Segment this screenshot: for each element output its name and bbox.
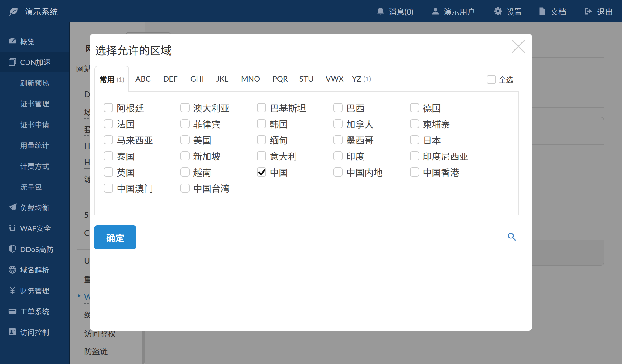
tab-label: YZ	[352, 74, 361, 83]
tab-item[interactable]: DEF	[163, 66, 178, 91]
sidebar-item[interactable]: 工单系统	[0, 301, 69, 322]
country-checkbox[interactable]: 美国	[180, 132, 257, 148]
check-icon	[257, 168, 266, 177]
navbar-item-label: 设置	[506, 6, 522, 17]
navbar-item[interactable]: 文档	[538, 6, 566, 17]
country-checkbox[interactable]: 墨西哥	[333, 132, 410, 148]
sidebar-item[interactable]: 负载均衡	[0, 197, 69, 218]
sidebar-item-label: DDoS高防	[20, 244, 54, 254]
country-checkbox[interactable]: 马来西亚	[104, 132, 180, 148]
country-checkbox[interactable]: 中国内地	[333, 164, 410, 180]
checkbox-box	[333, 151, 343, 160]
tab-changyong[interactable]: 常用 (1)	[94, 66, 129, 92]
country-checkbox[interactable]: 巴西	[333, 99, 410, 116]
sidebar-item[interactable]: 刷新预热	[0, 72, 69, 93]
tab-label: GHI	[190, 74, 204, 83]
country-label: 韩国	[270, 117, 288, 130]
country-checkbox[interactable]: 阿根廷	[104, 99, 180, 116]
country-label: 中国香港	[423, 165, 459, 179]
country-checkbox[interactable]: 德国	[410, 99, 487, 116]
country-checkbox[interactable]: 新加坡	[180, 148, 257, 164]
navbar-item-label: 消息(0)	[389, 6, 413, 17]
tab-label: JKL	[216, 74, 228, 83]
tab-item[interactable]: VWX	[326, 66, 343, 91]
brand[interactable]: 演示系统	[9, 0, 58, 22]
sidebar-item[interactable]: 域名解析	[0, 259, 69, 280]
sidebar-item-label: CDN加速	[20, 56, 51, 67]
sidebar-item[interactable]: 证书管理	[0, 93, 69, 114]
select-all-label: 全选	[499, 74, 513, 85]
country-checkbox[interactable]: 韩国	[257, 116, 333, 132]
tab-item[interactable]: JKL	[216, 66, 228, 91]
checkbox-box	[333, 119, 343, 128]
country-checkbox[interactable]: 中国台湾	[180, 180, 257, 196]
country-label: 柬埔寨	[423, 117, 450, 130]
top-navbar: 演示系统 消息(0) 演示用户 设置 文档 退出	[0, 0, 622, 22]
country-checkbox[interactable]: 越南	[180, 164, 257, 180]
sidebar-item[interactable]: 财务管理	[0, 280, 69, 301]
navbar-item[interactable]: 演示用户	[431, 6, 475, 17]
search-icon[interactable]	[507, 232, 517, 242]
sidebar-item[interactable]: 证书申请	[0, 114, 69, 135]
tab-item[interactable]: YZ (1)	[352, 66, 371, 91]
country-checkbox[interactable]: 澳大利亚	[180, 99, 257, 116]
country-label: 越南	[193, 165, 211, 179]
checkbox-box	[257, 167, 266, 177]
checkbox-box	[333, 167, 343, 177]
tab-item[interactable]: ABC	[135, 66, 151, 91]
tab-label: DEF	[163, 74, 178, 83]
confirm-button[interactable]: 确定	[94, 225, 136, 249]
tab-item[interactable]: GHI	[190, 66, 204, 91]
navbar-item[interactable]: 退出	[584, 6, 613, 17]
country-checkbox[interactable]: 印度	[333, 148, 410, 164]
country-label: 中国澳门	[117, 181, 153, 195]
country-label: 缅甸	[270, 133, 288, 147]
country-checkbox[interactable]: 印度尼西亚	[410, 148, 487, 164]
sidebar-item[interactable]: 访问控制	[0, 322, 69, 342]
country-checkbox[interactable]: 加拿大	[333, 116, 410, 132]
country-label: 中国内地	[346, 165, 383, 179]
clone-icon	[8, 57, 17, 66]
country-checkbox[interactable]: 英国	[104, 164, 180, 180]
sidebar-item-label: 用量统计	[20, 140, 49, 150]
checkbox-box	[180, 151, 190, 160]
country-checkbox[interactable]: 巴基斯坦	[257, 99, 333, 116]
country-checkbox[interactable]: 泰国	[104, 148, 180, 164]
close-icon[interactable]	[511, 39, 525, 53]
country-checkbox[interactable]: 缅甸	[257, 132, 333, 148]
paper-plane-icon	[8, 203, 17, 212]
country-label: 阿根廷	[117, 101, 144, 114]
country-checkbox[interactable]: 法国	[104, 116, 180, 132]
checkbox-box	[104, 184, 113, 193]
sidebar-item[interactable]: 概览	[0, 31, 69, 52]
country-checkbox[interactable]: 中国澳门	[104, 180, 180, 196]
country-label: 印度	[346, 149, 364, 163]
sidebar-item[interactable]: 用量统计	[0, 135, 69, 156]
sidebar-item[interactable]: WAF安全	[0, 218, 69, 239]
sidebar-item[interactable]: DDoS高防	[0, 238, 69, 259]
bell-icon	[376, 7, 385, 15]
sidebar-item[interactable]: 计费方式	[0, 155, 69, 176]
checkbox-box	[104, 167, 113, 177]
navbar-item[interactable]: 设置	[494, 6, 522, 17]
tab-item[interactable]: STU	[299, 66, 314, 91]
country-checkbox[interactable]: 中国	[257, 164, 333, 180]
country-checkbox[interactable]: 菲律宾	[180, 116, 257, 132]
sidebar-item[interactable]: 流量包	[0, 176, 69, 197]
checkbox-box	[180, 184, 190, 193]
country-checkbox[interactable]: 日本	[410, 132, 487, 148]
country-checkbox[interactable]: 柬埔寨	[410, 116, 487, 132]
gear-icon	[494, 7, 502, 15]
tab-item[interactable]: PQR	[272, 66, 288, 91]
region-select-dialog: 选择允许的区域 常用 (1) ABC DEF GHI JKL MNO PQR	[90, 34, 532, 331]
tab-item[interactable]: MNO	[241, 66, 260, 91]
sidebar-item-label: 负载均衡	[20, 202, 49, 213]
navbar-item[interactable]: 消息(0)	[376, 6, 413, 17]
country-checkbox[interactable]: 意大利	[257, 148, 333, 164]
navbar-item-label: 退出	[597, 6, 613, 17]
country-label: 日本	[423, 133, 441, 147]
country-checkbox[interactable]: 中国香港	[410, 164, 487, 180]
navbar-menu: 消息(0) 演示用户 设置 文档 退出	[376, 0, 613, 22]
select-all-checkbox[interactable]: 全选	[487, 74, 513, 85]
sidebar-item[interactable]: CDN加速	[0, 52, 69, 72]
